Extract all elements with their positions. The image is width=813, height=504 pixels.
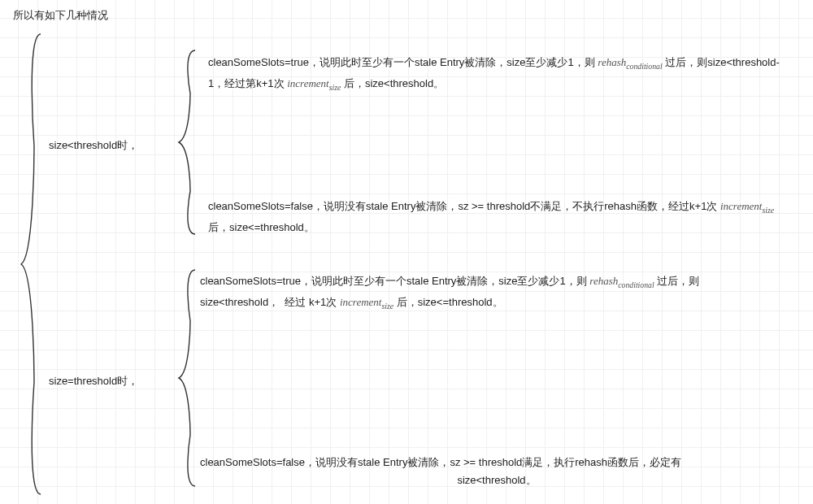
case1-brace [176,49,197,236]
increment-formula-3: incrementsize [340,296,393,308]
c1s2-prefix: cleanSomeSlots=false，说明没有stale Entry被清除，… [208,200,720,212]
case1-label: size<threshold时， [49,138,138,153]
c2s1-suffix: 后，size<=threshold。 [397,296,503,308]
case1-sub2-text: cleanSomeSlots=false，说明没有stale Entry被清除，… [208,197,793,238]
case2-sub1-text: cleanSomeSlots=true，说明此时至少有一个stale Entry… [200,272,793,314]
c2s1-prefix: cleanSomeSlots=true，说明此时至少有一个stale Entry… [200,275,587,287]
case2-brace [176,268,197,488]
increment-formula-2: incrementsize [720,200,774,212]
case2-sub2-text: cleanSomeSlots=false，说明没有stale Entry被清除，… [200,454,793,489]
case1-sub1-text: cleanSomeSlots=true，说明此时至少有一个stale Entry… [208,53,793,95]
outer-brace [18,33,42,496]
case2-label: size=threshold时， [49,374,138,389]
c1s1-suffix: 后，size<threshold。 [344,77,444,89]
rehash-formula-1: rehashconditional [598,56,662,68]
c2s2-line1: cleanSomeSlots=false，说明没有stale Entry被清除，… [200,454,793,471]
increment-formula-1: incrementsize [287,77,341,89]
c1s1-prefix: cleanSomeSlots=true，说明此时至少有一个stale Entry… [208,56,598,68]
title-text: 所以有如下几种情况 [13,8,108,23]
c1s2-suffix: 后，size<=threshold。 [208,221,315,233]
rehash-formula-2: rehashconditional [589,275,654,287]
c2s2-line2: size<threshold。 [200,471,793,489]
